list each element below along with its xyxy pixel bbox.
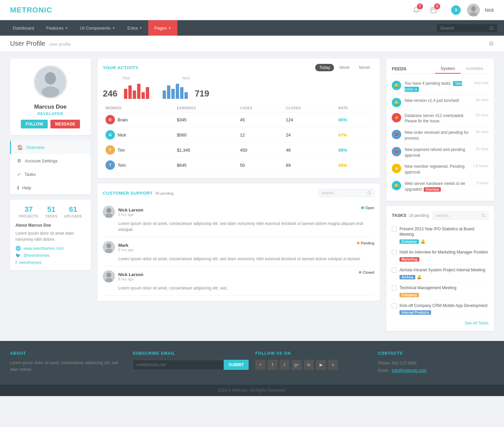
nav-extra[interactable]: Extra▼ (121, 20, 148, 36)
vimeo-icon[interactable]: v (328, 360, 338, 370)
svg-point-23 (482, 214, 485, 217)
bell-icon: 🔔 (417, 275, 422, 279)
calendar-badge: 3 (434, 3, 440, 9)
task-title: Kick-off Company CRM Mobile App Developm… (400, 303, 489, 309)
task-checkbox[interactable] (392, 250, 397, 255)
period-today[interactable]: Today (315, 64, 334, 71)
nav-search-box[interactable] (437, 24, 497, 32)
twitter-icon[interactable]: t (280, 360, 290, 370)
subscribe-email-input[interactable] (133, 360, 224, 370)
profile-avatar (34, 65, 67, 99)
ticket-header: Mark 5 hrs ago Pending (103, 241, 374, 253)
subscribe-submit-button[interactable]: SUBMIT (224, 360, 249, 370)
sidebar-item-help[interactable]: ℹ Help (10, 181, 91, 194)
task-checkbox[interactable] (392, 268, 397, 273)
bell-icon: 🔔 (420, 239, 425, 244)
about-twitter[interactable]: 🐦 @keenthemes (15, 253, 85, 258)
member-name: Nick (118, 132, 126, 138)
ticket-status: Open (361, 206, 374, 210)
follow-button[interactable]: FOLLOW (21, 120, 48, 128)
tasks-search[interactable] (433, 211, 489, 220)
task-checkbox[interactable] (392, 227, 397, 232)
user-avatar[interactable] (467, 4, 480, 16)
action-badge[interactable]: Take action ➜ (405, 81, 462, 92)
feed-time: 20 mins (475, 98, 489, 102)
nav-ui-components[interactable]: UI Components▼ (74, 20, 121, 36)
sidebar-item-overview[interactable]: 🏠 Overview (10, 141, 91, 154)
period-tabs: Today Week Month (315, 64, 374, 71)
ticket-status: Closed (359, 270, 374, 274)
sidebar-item-tasks[interactable]: ✓ Tasks (10, 167, 91, 181)
total-num: 246 (103, 88, 117, 99)
ticket-username: Nick Larson (118, 207, 143, 212)
settings-icon[interactable]: ⚙ (489, 40, 494, 47)
svg-point-5 (471, 6, 476, 11)
support-ticket: Nick Larson 3 hrs ago Open Lorem ipsum d… (103, 202, 374, 237)
message-button[interactable]: MESSAGE (50, 120, 80, 128)
earnings: $645 (174, 158, 237, 173)
rate: 67% (336, 127, 374, 143)
feeds-tab-system[interactable]: System (435, 64, 460, 74)
support-header: CUSTOMER SUPPORT 45 pending (103, 189, 374, 197)
bar (137, 84, 140, 99)
task-checkbox[interactable] (392, 285, 397, 290)
tasks-search-input[interactable] (436, 213, 479, 218)
member-cell: T Tom (103, 158, 174, 173)
about-title: About Marcus Doe (15, 223, 85, 228)
linkedin-icon[interactable]: in (304, 360, 314, 370)
about-links: 🌐 www.keenthemes.com 🐦 @keenthemes f kee… (15, 246, 85, 265)
customer-support-card: CUSTOMER SUPPORT 45 pending Nick Larson … (97, 184, 380, 301)
task-tags: Company🔔 (400, 239, 489, 244)
feed-icon: 🔔 (392, 81, 401, 90)
nav-pages[interactable]: Pages▼ (148, 20, 177, 36)
feeds-card: FEEDS System Activities 🔔 You have 4 pen… (386, 59, 494, 201)
task-checkbox[interactable] (392, 303, 397, 308)
support-search-input[interactable] (322, 191, 365, 195)
tasks-title-row: TASKS 16 pending (392, 213, 429, 218)
googleplus-icon[interactable]: g+ (292, 360, 302, 370)
sidebar-item-account-settings[interactable]: ⚙ Account Settings (10, 154, 91, 167)
task-item: AirAsia Intranet System Project Internal… (392, 265, 489, 282)
gear-icon: ⚙ (17, 158, 22, 163)
rss-icon[interactable]: ‣ (255, 360, 265, 370)
task-tags: Company (400, 292, 489, 297)
nav-dashboard[interactable]: Dashboard (7, 20, 40, 36)
status-dot (357, 242, 360, 244)
feed-item: ★ New member registered. Pending approva… (392, 161, 489, 178)
ticket-time: 5 hrs ago (118, 248, 134, 252)
see-all-link[interactable]: See All Tasks (465, 321, 489, 325)
period-month[interactable]: Month (355, 64, 374, 71)
about-website[interactable]: 🌐 www.keenthemes.com (15, 246, 85, 251)
about-facebook[interactable]: f keenthemes (15, 260, 85, 265)
feed-text: Database server #12 overloaded. Please f… (405, 113, 472, 124)
user-count-badge: 3 (451, 5, 461, 15)
facebook-icon: f (15, 260, 17, 265)
youtube-icon[interactable]: ▶ (316, 360, 326, 370)
calendar-notification[interactable]: 3 (427, 4, 439, 16)
profile-actions: FOLLOW MESSAGE (17, 120, 84, 128)
search-input[interactable] (440, 26, 487, 31)
table-row: N Nick $560 12 24 67% (103, 127, 374, 143)
status-label: Pending (361, 241, 374, 245)
top-header: METRONIC 7 3 3 Nick (0, 0, 504, 20)
table-row: T Tom $645 50 89 58% (103, 158, 374, 173)
page-footer: ABOUT Lorem ipsum dolor sit amet, consec… (0, 341, 504, 384)
user-notification[interactable]: 3 (450, 4, 462, 16)
bell-notification[interactable]: 7 (410, 4, 422, 16)
footer-email-link[interactable]: info@metronic.com (392, 368, 427, 373)
feeds-tab-activities[interactable]: Activities (461, 64, 489, 74)
period-week[interactable]: Week (335, 64, 353, 71)
support-search[interactable] (319, 189, 374, 197)
feed-icon: ★ (392, 164, 401, 173)
col-closed: CLOSED (283, 104, 336, 112)
nav-items: Dashboard Features▼ UI Components▼ Extra… (7, 20, 177, 36)
about-section: About Marcus Doe Lorem ipsum dolor sit a… (15, 223, 85, 265)
facebook-icon[interactable]: f (267, 360, 278, 370)
footer-subscribe: SUBSCRIBE EMAIL SUBMIT (133, 351, 249, 374)
nav-features[interactable]: Features▼ (40, 20, 74, 36)
ticket-status: Pending (357, 241, 374, 245)
status-label: Closed (363, 270, 374, 274)
feed-item: 🔔 You have 4 pending tasks. Take action … (392, 78, 489, 95)
bar (184, 92, 188, 99)
task-tag: Company (400, 239, 419, 244)
